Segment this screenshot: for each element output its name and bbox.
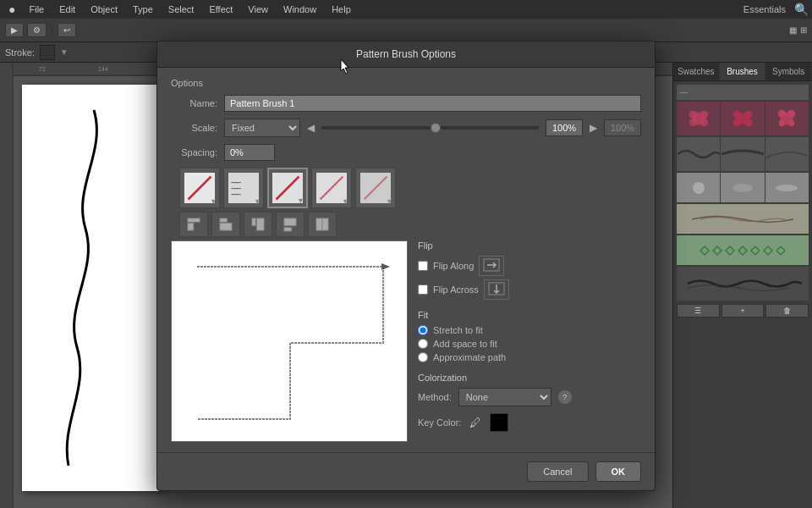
brush-default-item[interactable]: —: [677, 85, 809, 100]
position-icon-2[interactable]: [211, 212, 240, 237]
brush-row-1: [677, 102, 809, 135]
position-icon-1[interactable]: [179, 212, 208, 237]
panel-btn-new[interactable]: +: [721, 304, 765, 318]
panel-icon-1[interactable]: ▦: [789, 25, 797, 35]
panel-btn-menu[interactable]: ☰: [677, 304, 720, 318]
eyedropper-button[interactable]: 🖊: [468, 416, 483, 429]
tab-brushes[interactable]: Brushes: [720, 63, 766, 80]
flip-across-preview-btn[interactable]: [484, 279, 509, 300]
brush-item-7[interactable]: [677, 173, 720, 202]
pattern-brush-dialog: Pattern Brush Options Options Name: Scal…: [156, 41, 656, 491]
brush-item-12[interactable]: [677, 267, 809, 301]
scale-value-input[interactable]: [546, 119, 583, 136]
menu-file[interactable]: File: [22, 3, 51, 16]
method-select[interactable]: None Tints Tints and Shades Hue Shift: [458, 388, 551, 406]
stroke-color-box[interactable]: [40, 45, 55, 60]
brush-item-2[interactable]: [721, 102, 764, 135]
right-panel: Swatches Brushes Symbols —: [672, 63, 812, 508]
spacing-input[interactable]: [224, 144, 275, 161]
menu-type[interactable]: Type: [126, 3, 160, 16]
svg-marker-38: [764, 246, 772, 255]
svg-rect-54: [220, 223, 232, 230]
menu-help[interactable]: Help: [325, 3, 358, 16]
brush-item-3[interactable]: [765, 102, 809, 135]
approx-radio[interactable]: [418, 352, 428, 362]
tile-dropdown-arrow-4[interactable]: ▼: [342, 197, 349, 206]
tile-dropdown-arrow-1[interactable]: ▼: [210, 197, 217, 206]
add-space-radio[interactable]: [418, 339, 428, 349]
colorization-section: Colorization Method: None Tints Tints an…: [418, 373, 641, 432]
flip-icons-row: [171, 212, 641, 237]
flip-along-preview-btn[interactable]: [479, 256, 504, 276]
tile-dropdown-arrow-2[interactable]: ▼: [254, 197, 261, 206]
cancel-button[interactable]: Cancel: [527, 461, 588, 482]
brush-item-4[interactable]: [677, 137, 720, 171]
position-icon-5[interactable]: [308, 212, 337, 237]
position-icon-4[interactable]: [276, 212, 304, 237]
name-input[interactable]: [224, 95, 641, 112]
right-controls: Flip Flip Along: [418, 240, 641, 442]
brush-item-6[interactable]: [765, 137, 809, 171]
info-icon[interactable]: ?: [558, 390, 572, 404]
tile-icon-end[interactable]: ▼: [355, 168, 396, 208]
fit-section-title: Fit: [418, 310, 641, 320]
svg-text:▪▪▪▪▪▪▪: ▪▪▪▪▪▪▪: [232, 192, 242, 196]
tab-symbols[interactable]: Symbols: [765, 63, 812, 80]
panel-btn-delete[interactable]: 🗑: [765, 304, 809, 318]
svg-rect-53: [188, 218, 200, 223]
search-icon[interactable]: 🔍: [794, 3, 809, 16]
svg-rect-52: [188, 223, 194, 230]
stroke-arrow-icon: ▼: [60, 47, 69, 57]
tile-icon-corner[interactable]: ▪▪▪▪▪▪▪ ▪▪▪▪▪▪▪ ▪▪▪▪▪▪▪ ▼: [223, 168, 264, 208]
svg-text:144: 144: [98, 66, 108, 72]
key-color-swatch[interactable]: [490, 413, 508, 432]
menu-bar: ● File Edit Object Type Select Effect Vi…: [0, 0, 812, 19]
svg-point-21: [733, 111, 741, 119]
essentials-label: Essentials: [743, 4, 793, 14]
stretch-row: Stretch to fit: [418, 325, 641, 335]
toolbar-btn-3[interactable]: ↩: [58, 23, 76, 37]
tile-dropdown-arrow-3[interactable]: ▼: [297, 196, 304, 205]
panel-icon-2[interactable]: ⊞: [800, 25, 807, 35]
menu-select[interactable]: Select: [162, 3, 201, 16]
svg-point-23: [733, 119, 741, 126]
panel-bottom-buttons: ☰ + 🗑: [677, 304, 809, 318]
menu-view[interactable]: View: [241, 3, 275, 16]
dialog-title: Pattern Brush Options: [356, 48, 456, 60]
panel-tabs: Swatches Brushes Symbols: [673, 63, 812, 81]
flip-across-checkbox[interactable]: [418, 284, 428, 295]
toolbar-btn-2[interactable]: ⚙: [27, 23, 47, 37]
dialog-body: Options Name: Scale: Fixed ◀: [157, 68, 655, 452]
ok-button[interactable]: OK: [595, 461, 642, 482]
scale-slider[interactable]: [321, 126, 539, 130]
scale-slider-container: [321, 126, 539, 130]
brush-item-5[interactable]: [721, 137, 764, 171]
tab-swatches[interactable]: Swatches: [673, 63, 720, 80]
menu-edit[interactable]: Edit: [52, 3, 82, 16]
toolbar-btn-1[interactable]: ▶: [5, 23, 24, 37]
position-icon-3[interactable]: [244, 212, 272, 237]
tile-icon-side[interactable]: ▼: [179, 168, 220, 208]
scale-type-select[interactable]: Fixed: [224, 119, 300, 137]
brush-item-1[interactable]: [677, 102, 720, 135]
brush-item-8[interactable]: [721, 173, 764, 202]
name-row: Name:: [171, 95, 641, 112]
tile-dropdown-arrow-5[interactable]: ▼: [386, 197, 393, 206]
flip-along-checkbox[interactable]: [418, 261, 428, 271]
scale-value-input-2[interactable]: [604, 119, 641, 136]
menu-effect[interactable]: Effect: [202, 3, 239, 16]
key-color-label: Key Color:: [418, 417, 461, 428]
svg-point-29: [788, 120, 794, 126]
svg-text:▪▪▪▪▪▪▪: ▪▪▪▪▪▪▪: [232, 180, 242, 185]
brush-item-10[interactable]: [677, 204, 809, 234]
menu-object[interactable]: Object: [84, 3, 124, 16]
tile-icon-inner[interactable]: ▼: [311, 168, 352, 208]
brush-item-11[interactable]: [677, 235, 809, 265]
stretch-radio[interactable]: [418, 325, 428, 335]
svg-marker-35: [726, 246, 734, 255]
svg-point-19: [700, 119, 708, 126]
brush-item-9[interactable]: [765, 173, 809, 202]
tile-icon-outer[interactable]: ▼: [267, 168, 308, 208]
menu-window[interactable]: Window: [277, 3, 323, 16]
svg-rect-58: [284, 218, 296, 226]
